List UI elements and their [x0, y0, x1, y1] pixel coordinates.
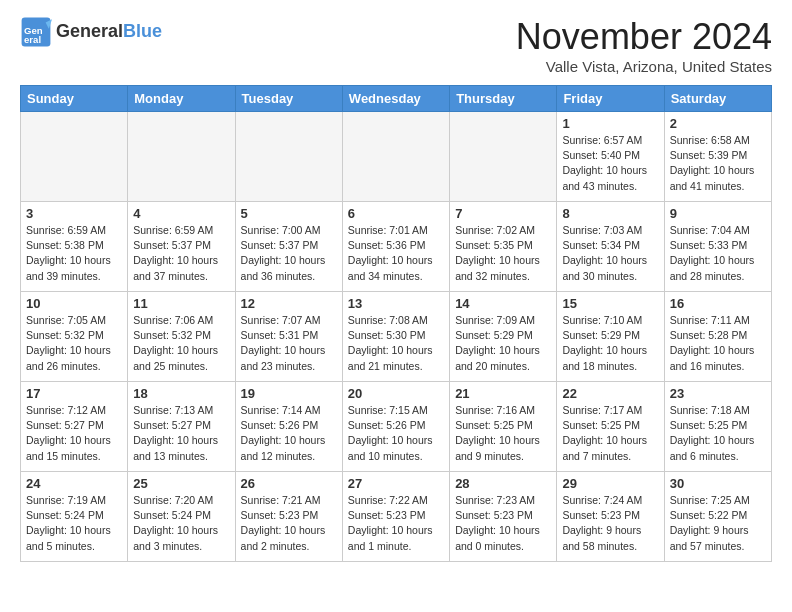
day-number: 10 [26, 296, 122, 311]
day-info: Sunrise: 7:09 AM Sunset: 5:29 PM Dayligh… [455, 313, 551, 374]
calendar-cell: 13Sunrise: 7:08 AM Sunset: 5:30 PM Dayli… [342, 292, 449, 382]
calendar-week-row: 10Sunrise: 7:05 AM Sunset: 5:32 PM Dayli… [21, 292, 772, 382]
calendar-cell: 9Sunrise: 7:04 AM Sunset: 5:33 PM Daylig… [664, 202, 771, 292]
day-info: Sunrise: 7:04 AM Sunset: 5:33 PM Dayligh… [670, 223, 766, 284]
calendar-cell: 11Sunrise: 7:06 AM Sunset: 5:32 PM Dayli… [128, 292, 235, 382]
calendar-week-row: 3Sunrise: 6:59 AM Sunset: 5:38 PM Daylig… [21, 202, 772, 292]
day-number: 7 [455, 206, 551, 221]
day-number: 15 [562, 296, 658, 311]
day-info: Sunrise: 7:17 AM Sunset: 5:25 PM Dayligh… [562, 403, 658, 464]
calendar-cell: 4Sunrise: 6:59 AM Sunset: 5:37 PM Daylig… [128, 202, 235, 292]
calendar-cell: 27Sunrise: 7:22 AM Sunset: 5:23 PM Dayli… [342, 472, 449, 562]
day-number: 9 [670, 206, 766, 221]
day-info: Sunrise: 7:16 AM Sunset: 5:25 PM Dayligh… [455, 403, 551, 464]
calendar-cell: 26Sunrise: 7:21 AM Sunset: 5:23 PM Dayli… [235, 472, 342, 562]
calendar-cell [235, 112, 342, 202]
day-info: Sunrise: 7:18 AM Sunset: 5:25 PM Dayligh… [670, 403, 766, 464]
day-number: 25 [133, 476, 229, 491]
col-monday: Monday [128, 86, 235, 112]
day-number: 4 [133, 206, 229, 221]
day-number: 8 [562, 206, 658, 221]
calendar-cell: 7Sunrise: 7:02 AM Sunset: 5:35 PM Daylig… [450, 202, 557, 292]
day-number: 19 [241, 386, 337, 401]
calendar-cell: 8Sunrise: 7:03 AM Sunset: 5:34 PM Daylig… [557, 202, 664, 292]
day-info: Sunrise: 7:10 AM Sunset: 5:29 PM Dayligh… [562, 313, 658, 374]
calendar-cell: 15Sunrise: 7:10 AM Sunset: 5:29 PM Dayli… [557, 292, 664, 382]
day-info: Sunrise: 7:00 AM Sunset: 5:37 PM Dayligh… [241, 223, 337, 284]
col-saturday: Saturday [664, 86, 771, 112]
day-info: Sunrise: 7:06 AM Sunset: 5:32 PM Dayligh… [133, 313, 229, 374]
calendar-cell: 3Sunrise: 6:59 AM Sunset: 5:38 PM Daylig… [21, 202, 128, 292]
page-header: Gen eral GeneralBlue November 2024 Valle… [20, 16, 772, 75]
day-info: Sunrise: 7:12 AM Sunset: 5:27 PM Dayligh… [26, 403, 122, 464]
calendar-cell: 20Sunrise: 7:15 AM Sunset: 5:26 PM Dayli… [342, 382, 449, 472]
day-info: Sunrise: 6:57 AM Sunset: 5:40 PM Dayligh… [562, 133, 658, 194]
logo-icon: Gen eral [20, 16, 52, 48]
calendar-cell: 23Sunrise: 7:18 AM Sunset: 5:25 PM Dayli… [664, 382, 771, 472]
day-info: Sunrise: 7:14 AM Sunset: 5:26 PM Dayligh… [241, 403, 337, 464]
calendar-cell: 2Sunrise: 6:58 AM Sunset: 5:39 PM Daylig… [664, 112, 771, 202]
title-block: November 2024 Valle Vista, Arizona, Unit… [516, 16, 772, 75]
calendar-week-row: 17Sunrise: 7:12 AM Sunset: 5:27 PM Dayli… [21, 382, 772, 472]
day-number: 26 [241, 476, 337, 491]
calendar-cell: 17Sunrise: 7:12 AM Sunset: 5:27 PM Dayli… [21, 382, 128, 472]
day-number: 20 [348, 386, 444, 401]
calendar-cell: 10Sunrise: 7:05 AM Sunset: 5:32 PM Dayli… [21, 292, 128, 382]
calendar-cell: 1Sunrise: 6:57 AM Sunset: 5:40 PM Daylig… [557, 112, 664, 202]
day-info: Sunrise: 6:58 AM Sunset: 5:39 PM Dayligh… [670, 133, 766, 194]
calendar-cell: 19Sunrise: 7:14 AM Sunset: 5:26 PM Dayli… [235, 382, 342, 472]
day-info: Sunrise: 7:13 AM Sunset: 5:27 PM Dayligh… [133, 403, 229, 464]
day-info: Sunrise: 7:05 AM Sunset: 5:32 PM Dayligh… [26, 313, 122, 374]
day-number: 28 [455, 476, 551, 491]
col-friday: Friday [557, 86, 664, 112]
day-number: 18 [133, 386, 229, 401]
col-sunday: Sunday [21, 86, 128, 112]
calendar-cell [450, 112, 557, 202]
calendar-cell: 25Sunrise: 7:20 AM Sunset: 5:24 PM Dayli… [128, 472, 235, 562]
logo-general-text: General [56, 21, 123, 41]
calendar-cell: 16Sunrise: 7:11 AM Sunset: 5:28 PM Dayli… [664, 292, 771, 382]
day-info: Sunrise: 7:07 AM Sunset: 5:31 PM Dayligh… [241, 313, 337, 374]
calendar-cell: 29Sunrise: 7:24 AM Sunset: 5:23 PM Dayli… [557, 472, 664, 562]
day-number: 24 [26, 476, 122, 491]
day-number: 21 [455, 386, 551, 401]
day-number: 30 [670, 476, 766, 491]
day-number: 5 [241, 206, 337, 221]
day-info: Sunrise: 7:24 AM Sunset: 5:23 PM Dayligh… [562, 493, 658, 554]
day-number: 2 [670, 116, 766, 131]
day-info: Sunrise: 7:25 AM Sunset: 5:22 PM Dayligh… [670, 493, 766, 554]
col-tuesday: Tuesday [235, 86, 342, 112]
calendar-table: Sunday Monday Tuesday Wednesday Thursday… [20, 85, 772, 562]
day-number: 3 [26, 206, 122, 221]
day-number: 22 [562, 386, 658, 401]
calendar-cell: 24Sunrise: 7:19 AM Sunset: 5:24 PM Dayli… [21, 472, 128, 562]
day-info: Sunrise: 7:19 AM Sunset: 5:24 PM Dayligh… [26, 493, 122, 554]
calendar-cell: 14Sunrise: 7:09 AM Sunset: 5:29 PM Dayli… [450, 292, 557, 382]
calendar-cell: 30Sunrise: 7:25 AM Sunset: 5:22 PM Dayli… [664, 472, 771, 562]
day-info: Sunrise: 7:21 AM Sunset: 5:23 PM Dayligh… [241, 493, 337, 554]
day-number: 1 [562, 116, 658, 131]
day-info: Sunrise: 7:22 AM Sunset: 5:23 PM Dayligh… [348, 493, 444, 554]
calendar-cell [342, 112, 449, 202]
day-info: Sunrise: 7:11 AM Sunset: 5:28 PM Dayligh… [670, 313, 766, 374]
day-info: Sunrise: 7:20 AM Sunset: 5:24 PM Dayligh… [133, 493, 229, 554]
calendar-week-row: 24Sunrise: 7:19 AM Sunset: 5:24 PM Dayli… [21, 472, 772, 562]
day-number: 6 [348, 206, 444, 221]
svg-text:eral: eral [24, 34, 41, 45]
day-number: 13 [348, 296, 444, 311]
calendar-cell: 12Sunrise: 7:07 AM Sunset: 5:31 PM Dayli… [235, 292, 342, 382]
logo-blue-text: Blue [123, 21, 162, 41]
calendar-header-row: Sunday Monday Tuesday Wednesday Thursday… [21, 86, 772, 112]
day-number: 23 [670, 386, 766, 401]
location-title: Valle Vista, Arizona, United States [516, 58, 772, 75]
calendar-cell [21, 112, 128, 202]
day-info: Sunrise: 6:59 AM Sunset: 5:37 PM Dayligh… [133, 223, 229, 284]
calendar-cell: 21Sunrise: 7:16 AM Sunset: 5:25 PM Dayli… [450, 382, 557, 472]
day-number: 29 [562, 476, 658, 491]
calendar-cell: 18Sunrise: 7:13 AM Sunset: 5:27 PM Dayli… [128, 382, 235, 472]
calendar-cell [128, 112, 235, 202]
logo: Gen eral GeneralBlue [20, 16, 162, 48]
day-number: 16 [670, 296, 766, 311]
calendar-cell: 6Sunrise: 7:01 AM Sunset: 5:36 PM Daylig… [342, 202, 449, 292]
col-wednesday: Wednesday [342, 86, 449, 112]
